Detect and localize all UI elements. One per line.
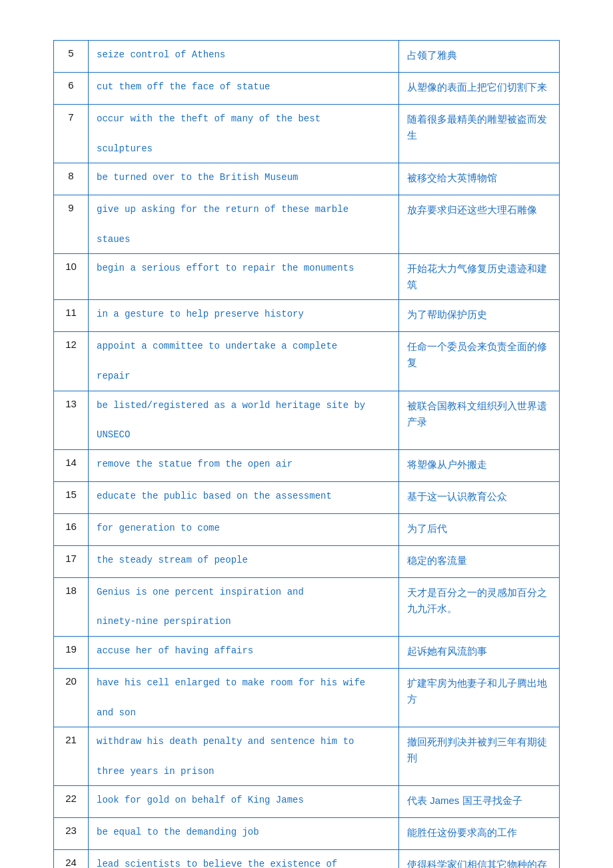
row-number: 15 bbox=[54, 482, 89, 513]
row-number: 24 bbox=[54, 850, 89, 868]
row-number: 16 bbox=[54, 514, 89, 545]
table-row: 7occur with the theft of many of the bes… bbox=[54, 105, 559, 163]
english-phrase: the steady stream of people bbox=[89, 546, 399, 577]
table-row: 17the steady stream of people稳定的客流量 bbox=[54, 546, 559, 578]
row-number: 5 bbox=[54, 41, 89, 72]
english-phrase: withdraw his death penalty and sentence … bbox=[89, 727, 399, 785]
chinese-translation: 起诉她有风流韵事 bbox=[399, 637, 559, 668]
chinese-translation: 天才是百分之一的灵感加百分之九九汗水。 bbox=[399, 578, 559, 636]
chinese-translation: 为了后代 bbox=[399, 514, 559, 545]
english-phrase: have his cell enlarged to make room for … bbox=[89, 669, 399, 727]
english-phrase: Genius is one percent inspiration andnin… bbox=[89, 578, 399, 636]
row-number: 18 bbox=[54, 578, 89, 636]
table-row: 18Genius is one percent inspiration andn… bbox=[54, 578, 559, 637]
english-phrase: occur with the theft of many of the best… bbox=[89, 105, 399, 163]
table-row: 9give up asking for the return of these … bbox=[54, 195, 559, 254]
row-number: 9 bbox=[54, 195, 89, 253]
chinese-translation: 基于这一认识教育公众 bbox=[399, 482, 559, 513]
row-number: 10 bbox=[54, 254, 89, 299]
table-row: 14remove the statue from the open air将塑像… bbox=[54, 450, 559, 482]
row-number: 22 bbox=[54, 786, 89, 817]
chinese-translation: 被移交给大英博物馆 bbox=[399, 163, 559, 195]
table-row: 21withdraw his death penalty and sentenc… bbox=[54, 727, 559, 786]
chinese-translation: 使得科学家们相信其它物种的存在 bbox=[399, 850, 559, 868]
chinese-translation: 扩建牢房为他妻子和儿子腾出地方 bbox=[399, 669, 559, 727]
chinese-translation: 从塑像的表面上把它们切割下来 bbox=[399, 73, 559, 104]
row-number: 17 bbox=[54, 546, 89, 577]
english-phrase: be turned over to the British Museum bbox=[89, 163, 399, 195]
english-phrase: be listed/registered as a world heritage… bbox=[89, 391, 399, 449]
english-phrase: remove the statue from the open air bbox=[89, 450, 399, 481]
table-row: 5seize control of Athens占领了雅典 bbox=[54, 41, 559, 73]
table-row: 22look for gold on behalf of King James代… bbox=[54, 786, 559, 818]
chinese-translation: 放弃要求归还这些大理石雕像 bbox=[399, 195, 559, 253]
table-row: 6cut them off the face of statue从塑像的表面上把… bbox=[54, 73, 559, 105]
row-number: 6 bbox=[54, 73, 89, 104]
chinese-translation: 占领了雅典 bbox=[399, 41, 559, 72]
english-phrase: for generation to come bbox=[89, 514, 399, 545]
chinese-translation: 为了帮助保护历史 bbox=[399, 300, 559, 331]
chinese-translation: 稳定的客流量 bbox=[399, 546, 559, 577]
chinese-translation: 随着很多最精美的雕塑被盗而发生 bbox=[399, 105, 559, 163]
table-row: 11in a gesture to help preserve history为… bbox=[54, 300, 559, 332]
table-row: 19accuse her of having affairs起诉她有风流韵事 bbox=[54, 637, 559, 669]
table-row: 10begin a serious effort to repair the m… bbox=[54, 254, 559, 300]
vocabulary-table: 5seize control of Athens占领了雅典6cut them o… bbox=[53, 40, 560, 868]
table-row: 8be turned over to the British Museum被移交… bbox=[54, 163, 559, 195]
row-number: 13 bbox=[54, 391, 89, 449]
english-phrase: begin a serious effort to repair the mon… bbox=[89, 254, 399, 299]
chinese-translation: 能胜任这份要求高的工作 bbox=[399, 818, 559, 849]
chinese-translation: 将塑像从户外搬走 bbox=[399, 450, 559, 481]
english-phrase: give up asking for the return of these m… bbox=[89, 195, 399, 253]
chinese-translation: 被联合国教科文组织列入世界遗产录 bbox=[399, 391, 559, 449]
chinese-translation: 开始花大力气修复历史遗迹和建筑 bbox=[399, 254, 559, 299]
english-phrase: in a gesture to help preserve history bbox=[89, 300, 399, 331]
table-row: 12appoint a committee to undertake a com… bbox=[54, 332, 559, 391]
english-phrase: seize control of Athens bbox=[89, 41, 399, 72]
english-phrase: educate the public based on the assessme… bbox=[89, 482, 399, 513]
table-row: 23be equal to the demanding job能胜任这份要求高的… bbox=[54, 818, 559, 850]
table-row: 15educate the public based on the assess… bbox=[54, 482, 559, 514]
chinese-translation: 代表 James 国王寻找金子 bbox=[399, 786, 559, 817]
chinese-translation: 撤回死刑判决并被判三年有期徒刑 bbox=[399, 727, 559, 785]
row-number: 7 bbox=[54, 105, 89, 163]
english-phrase: be equal to the demanding job bbox=[89, 818, 399, 849]
english-phrase: look for gold on behalf of King James bbox=[89, 786, 399, 817]
table-row: 20have his cell enlarged to make room fo… bbox=[54, 669, 559, 727]
table-row: 16for generation to come为了后代 bbox=[54, 514, 559, 546]
english-phrase: cut them off the face of statue bbox=[89, 73, 399, 104]
row-number: 12 bbox=[54, 332, 89, 390]
table-row: 13be listed/registered as a world herita… bbox=[54, 391, 559, 450]
row-number: 8 bbox=[54, 163, 89, 195]
chinese-translation: 任命一个委员会来负责全面的修复 bbox=[399, 332, 559, 390]
english-phrase: lead scientists to believe the existence… bbox=[89, 850, 399, 868]
english-phrase: accuse her of having affairs bbox=[89, 637, 399, 668]
row-number: 23 bbox=[54, 818, 89, 849]
row-number: 20 bbox=[54, 669, 89, 727]
english-phrase: appoint a committee to undertake a compl… bbox=[89, 332, 399, 390]
row-number: 11 bbox=[54, 300, 89, 331]
row-number: 21 bbox=[54, 727, 89, 785]
row-number: 14 bbox=[54, 450, 89, 481]
row-number: 19 bbox=[54, 637, 89, 668]
table-row: 24lead scientists to believe the existen… bbox=[54, 850, 559, 868]
